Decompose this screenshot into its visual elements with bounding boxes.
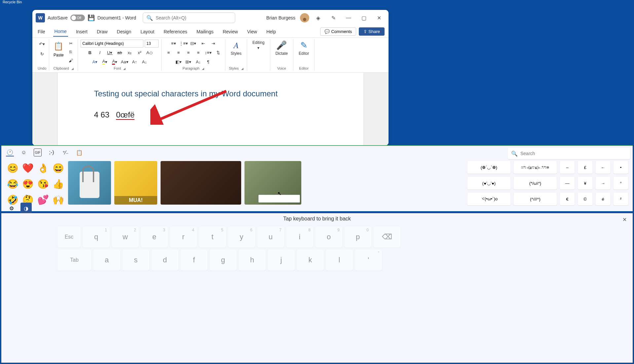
editing-button[interactable]: Editing ▾ [250,39,267,51]
menu-draw[interactable]: Draw [95,27,109,36]
menu-home[interactable]: Home [53,27,68,37]
emoji-item[interactable]: 👍 [52,177,65,191]
symbol-item[interactable]: ¥ [578,177,592,189]
pen-icon[interactable]: ✎ [327,12,340,24]
clear-format-icon[interactable]: A◇ [145,49,154,57]
font-name-select[interactable] [81,40,143,48]
gif-tile[interactable] [68,161,111,205]
menu-mailings[interactable]: Mailings [195,27,215,36]
symbol-item[interactable]: – [560,161,575,174]
kaomoji-item[interactable]: (*/ω\*) [514,177,557,189]
cut-icon[interactable]: ✂ [66,39,75,48]
key-a[interactable]: a [93,249,120,271]
align-center-icon[interactable]: ≡ [174,49,183,57]
menu-insert[interactable]: Insert [75,27,89,36]
tab-emoji[interactable]: ☺ [20,149,28,156]
key-k[interactable]: k [297,249,324,271]
emoji-item[interactable]: 💕 [36,193,50,207]
bold-button[interactable]: B [86,49,94,57]
key-s[interactable]: s [122,249,149,271]
key-e[interactable]: e3 [141,226,168,248]
key-q[interactable]: q1 [83,226,110,248]
show-marks-icon[interactable]: ¶ [204,57,212,66]
menu-review[interactable]: Review [221,27,239,36]
minimize-button[interactable]: — [342,12,355,24]
keyboard-hint[interactable]: Tap keyboard to bring it back [1,213,633,224]
save-icon[interactable]: 💾 [88,14,95,21]
symbol-item[interactable]: é [596,193,610,205]
keyboard-close-icon[interactable]: ✕ [622,216,627,223]
tab-symbols[interactable]: ⁺⁄₋ [61,149,69,156]
emoji-item[interactable]: 😂 [6,177,19,191]
multilevel-icon[interactable]: ⊟▾ [189,39,198,48]
font-size-select[interactable] [145,40,159,48]
symbol-item[interactable]: ← [596,161,610,174]
redo-icon[interactable]: ↻ [38,50,46,58]
key-i[interactable]: i8 [286,226,313,248]
emoji-item[interactable]: 😊 [6,161,19,175]
align-right-icon[interactable]: ≡ [184,49,193,57]
key-t[interactable]: t5 [199,226,226,248]
emoji-item[interactable]: 🙌 [52,193,65,207]
kaomoji-item[interactable]: (❁´◡`❁) [467,161,510,174]
gif-tile[interactable] [161,161,241,205]
increase-indent-icon[interactable]: ⇥ [209,39,217,48]
tab-kaomoji[interactable]: ;-) [48,149,56,156]
key-p[interactable]: p0 [344,226,371,248]
settings-icon[interactable]: ⚙ [6,203,17,214]
key-l[interactable]: l [326,249,353,271]
subscript-button[interactable]: x₂ [125,49,134,57]
symbol-item[interactable]: → [596,177,610,189]
page[interactable]: Testing out special characters in my Wor… [58,73,363,146]
gif-tile[interactable]: So Excited~ GIF Powered By Tenor ↖ [244,161,301,205]
close-button[interactable]: ✕ [373,12,385,24]
maximize-button[interactable]: ▢ [357,12,370,24]
highlight-icon[interactable]: A▾ [100,57,109,66]
autosave-toggle[interactable]: Off [70,15,85,21]
dictate-button[interactable]: 🎤 Dictate [273,39,290,57]
emoji-item[interactable]: 😘 [36,177,50,191]
strike-button[interactable]: ab [115,49,124,57]
symbol-item[interactable]: £ [578,161,592,174]
tab-gif[interactable]: GIF [34,149,42,156]
tab-clipboard[interactable]: 📋 [75,149,83,156]
superscript-button[interactable]: x² [135,49,144,57]
undo-icon[interactable]: ↶▾ [38,40,46,48]
symbol-item[interactable]: • [614,161,628,174]
key-Esc[interactable]: Esc [57,226,81,248]
menu-view[interactable]: View [246,27,258,36]
search-input[interactable] [156,15,232,20]
format-painter-icon[interactable]: 🖌 [66,56,75,65]
sort-az-icon[interactable]: A↓ [194,57,203,66]
decrease-indent-icon[interactable]: ⇤ [199,39,207,48]
grow-font-icon[interactable]: A↑ [130,57,139,66]
key-g[interactable]: g [209,249,237,271]
font-color-icon[interactable]: A▾ [110,57,119,66]
tab-recent[interactable]: 🕐 [6,149,14,156]
key-w[interactable]: w2 [112,226,139,248]
text-effects-icon[interactable]: A▾ [91,57,99,66]
numbering-icon[interactable]: ⋮≡▾ [179,39,188,48]
search-box[interactable]: 🔍 [143,13,235,23]
change-case-icon[interactable]: Aa▾ [120,57,129,66]
key-⌫[interactable]: ⌫ [373,226,400,248]
document-area[interactable]: Testing out special characters in my Wor… [32,73,389,146]
kaomoji-item[interactable]: (●'◡'●) [467,177,510,189]
avatar[interactable] [300,13,309,22]
key-d[interactable]: d [151,249,178,271]
emoji-item[interactable]: 👌 [36,161,50,175]
symbol-item[interactable]: ° [614,177,628,189]
bullets-icon[interactable]: ≡▾ [169,39,178,48]
styles-button[interactable]: 𝐴 Styles [228,39,244,57]
align-left-icon[interactable]: ≡ [164,49,173,57]
justify-icon[interactable]: ≡ [194,49,203,57]
copy-icon[interactable]: ⎘ [66,48,75,56]
key-Tab[interactable]: Tab [57,249,91,271]
symbol-item[interactable]: — [560,177,575,189]
kaomoji-item[interactable]: ✲ﾟ*｡ ₀(≧▽≦)₀ .*｡*ﾟ✲ [514,161,557,174]
kaomoji-item[interactable]: ヾ(•ω•`)o [467,193,510,205]
shading-icon[interactable]: ◧▾ [174,57,183,66]
comments-button[interactable]: 💬 Comments [320,27,356,36]
menu-help[interactable]: Help [265,27,277,36]
key-y[interactable]: y6 [228,226,255,248]
